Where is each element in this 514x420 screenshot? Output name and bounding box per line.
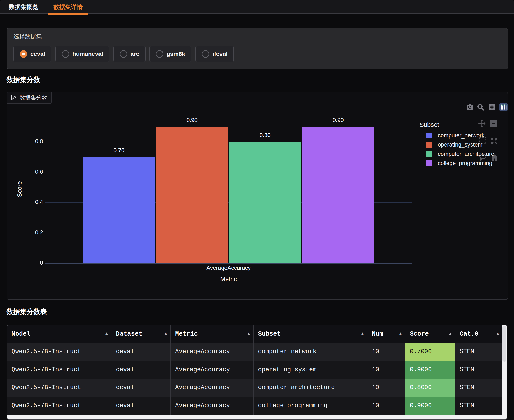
bar-computer_network — [82, 157, 155, 263]
cell-subset: college_programming — [253, 397, 367, 415]
cell-score: 0.9000 — [405, 397, 455, 415]
column-header-metric[interactable]: Metric▲ — [171, 325, 253, 343]
sort-asc-icon: ▲ — [399, 325, 402, 343]
y-tick-label: 0.4 — [7, 199, 43, 205]
column-separator — [455, 325, 455, 414]
vertical-scrollbar-thumb[interactable] — [502, 326, 507, 362]
chart-panel: 数据集分数 00.20.40.60.8Score0.700.900.800.90… — [7, 92, 508, 300]
column-separator — [170, 325, 171, 414]
tab-dataset-details[interactable]: 数据集详情 — [48, 0, 88, 14]
radio-option-humaneval[interactable]: humaneval — [55, 45, 109, 62]
cell-subset: operating_system — [253, 361, 367, 379]
zoom-in-icon[interactable] — [488, 103, 496, 111]
column-separator — [367, 325, 367, 414]
autoscale-icon[interactable] — [490, 137, 499, 146]
tab-dataset-overview[interactable]: 数据集概览 — [3, 0, 44, 14]
radio-option-label: ifeval — [212, 51, 228, 57]
table-row: Qwen2.5-7B-InstructcevalAverageAccuracyc… — [7, 343, 503, 361]
dataset-selector-title: 选择数据集 — [14, 33, 501, 40]
sort-asc-icon: ▲ — [361, 325, 364, 343]
cell-score: 0.8000 — [405, 379, 455, 397]
column-header-dataset[interactable]: Dataset▲ — [111, 325, 171, 343]
zoom-out-icon[interactable] — [489, 119, 498, 128]
bar-value-label: 0.80 — [229, 132, 302, 139]
y-tick-label: 0.6 — [7, 169, 43, 175]
radio-option-arc[interactable]: arc — [113, 45, 146, 62]
reset-axes-icon[interactable] — [490, 153, 499, 162]
cell-cat0: STEM — [455, 343, 503, 361]
table-row: Qwen2.5-7B-InstructcevalAverageAccuracyc… — [7, 397, 503, 415]
y-tick-label: 0 — [7, 260, 43, 266]
column-header-subset[interactable]: Subset▲ — [253, 325, 367, 343]
bar-value-label: 0.90 — [302, 117, 375, 123]
camera-icon[interactable] — [466, 103, 473, 111]
bar-college_programming — [302, 127, 374, 263]
zoom-box-icon[interactable] — [477, 103, 484, 111]
legend-item-label: computer_network — [438, 132, 484, 139]
lasso-icon[interactable] — [478, 153, 487, 162]
column-separator — [405, 325, 405, 414]
cell-cat0: STEM — [455, 397, 503, 415]
column-header-num[interactable]: Num▲ — [367, 325, 405, 343]
column-header-cat0[interactable]: Cat.0▲ — [455, 325, 503, 343]
radio-unselected-icon — [202, 50, 209, 58]
plot-area: 00.20.40.60.8Score0.700.900.800.90Averag… — [7, 92, 508, 300]
column-header-label: Model — [12, 330, 30, 338]
y-tick-label: 0.8 — [7, 138, 43, 145]
radio-option-label: gsm8k — [166, 51, 185, 57]
cell-model: Qwen2.5-7B-Instruct — [7, 361, 111, 379]
sort-asc-icon: ▲ — [164, 325, 167, 343]
legend-swatch-icon — [426, 151, 432, 157]
plotly-logo-icon[interactable] — [499, 103, 508, 111]
box-select-icon[interactable] — [478, 136, 487, 145]
column-header-model[interactable]: Model▲ — [7, 325, 111, 343]
column-header-label: Num — [372, 330, 383, 338]
cell-metric: AverageAccuracy — [171, 379, 253, 397]
cell-subset: computer_architecture — [253, 379, 367, 397]
column-header-label: Metric — [175, 330, 198, 338]
vertical-scrollbar[interactable] — [502, 325, 507, 414]
radio-option-gsm8k[interactable]: gsm8k — [149, 45, 192, 62]
scores-table: Model▲Dataset▲Metric▲Subset▲Num▲Score▲Ca… — [7, 325, 507, 420]
bar-computer_architecture — [229, 142, 301, 263]
dataset-radio-group: cevalhumanevalarcgsm8kifeval — [14, 45, 501, 62]
column-header-label: Subset — [258, 330, 281, 338]
horizontal-scrollbar[interactable] — [7, 414, 507, 420]
bar-value-label: 0.90 — [156, 117, 229, 123]
legend-swatch-icon — [426, 160, 432, 166]
sort-asc-icon: ▲ — [449, 325, 452, 343]
cell-dataset: ceval — [111, 379, 171, 397]
section-heading-scores: 数据集分数 — [7, 75, 40, 84]
y-axis-title: Score — [16, 174, 23, 204]
table-row: Qwen2.5-7B-InstructcevalAverageAccuracyc… — [7, 379, 503, 397]
radio-option-label: humaneval — [72, 51, 103, 57]
cell-metric: AverageAccuracy — [171, 343, 253, 361]
cell-model: Qwen2.5-7B-Instruct — [7, 379, 111, 397]
pan-icon[interactable] — [477, 119, 486, 128]
cell-model: Qwen2.5-7B-Instruct — [7, 343, 111, 361]
cell-metric: AverageAccuracy — [171, 397, 253, 415]
cell-metric: AverageAccuracy — [171, 361, 253, 379]
radio-option-ceval[interactable]: ceval — [14, 45, 52, 62]
cell-dataset: ceval — [111, 343, 171, 361]
cell-dataset: ceval — [111, 361, 171, 379]
legend-swatch-icon — [426, 142, 432, 148]
radio-unselected-icon — [120, 50, 127, 58]
sort-asc-icon: ▲ — [497, 325, 499, 343]
bar-operating_system — [156, 127, 228, 263]
cell-cat0: STEM — [455, 361, 503, 379]
sort-asc-icon: ▲ — [247, 325, 250, 343]
cell-score: 0.9000 — [405, 361, 455, 379]
cell-dataset: ceval — [111, 397, 171, 415]
radio-unselected-icon — [62, 50, 69, 58]
cell-model: Qwen2.5-7B-Instruct — [7, 397, 111, 415]
cell-score: 0.7000 — [405, 343, 455, 361]
x-tick-label: AverageAccuracy — [45, 265, 412, 271]
section-heading-table: 数据集分数表 — [7, 307, 47, 316]
radio-selected-icon — [20, 50, 27, 58]
table-row: Qwen2.5-7B-InstructcevalAverageAccuracyo… — [7, 361, 503, 379]
cell-num: 10 — [367, 397, 405, 415]
radio-option-ifeval[interactable]: ifeval — [195, 45, 234, 62]
column-header-score[interactable]: Score▲ — [405, 325, 455, 343]
x-axis-title: Metric — [45, 276, 412, 283]
